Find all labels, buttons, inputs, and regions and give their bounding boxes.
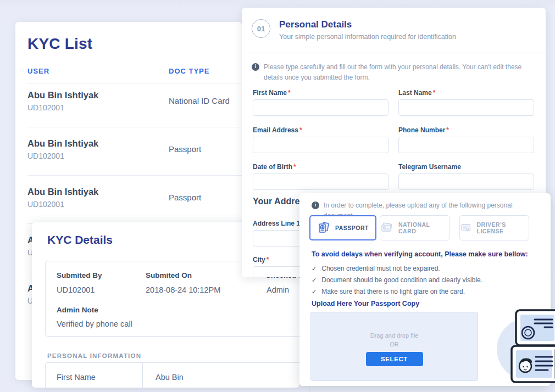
passport-icon: [317, 221, 330, 234]
address-line-1-label: Address Line 1*: [253, 220, 304, 227]
kyc-list-row[interactable]: Abu Bin Ishtiyak UD102001 Passport: [27, 137, 242, 186]
checklist-item-text: Document should be good condition and cl…: [321, 276, 482, 284]
required-mark: *: [267, 256, 269, 264]
check-icon: ✓: [312, 276, 317, 284]
checklist-item-text: Make sure that there is no light glare o…: [321, 288, 465, 295]
submitted-on-value: 2018-08-24 10:12PM: [146, 285, 220, 294]
checklist-item: ✓ Make sure that there is no light glare…: [312, 288, 465, 296]
required-mark: *: [293, 163, 296, 171]
doc-option-national-card[interactable]: NATIONAL CARD: [380, 215, 450, 240]
email-address-input[interactable]: [253, 137, 389, 153]
doc-option-label: PASSPORT: [335, 225, 369, 231]
check-icon: ✓: [312, 288, 317, 296]
doc-option-label: NATIONAL CARD: [398, 221, 449, 234]
upload-area-title: Upload Here Your Passport Copy: [312, 300, 419, 307]
user-id: UD102001: [27, 152, 242, 160]
column-header-doc-type[interactable]: DOC TYPE: [169, 67, 209, 75]
kyc-list-row[interactable]: Abu Bin Ishtiyak UD102001 National ID Ca…: [27, 89, 242, 137]
last-name-label: Last Name*: [398, 89, 435, 97]
city-label: City*: [253, 256, 269, 264]
dropzone-drag-label: Drag and drop file: [370, 332, 418, 339]
kyc-details-title: KYC Details: [47, 233, 113, 247]
step-number-badge: 01: [252, 19, 270, 38]
row-divider: [27, 127, 242, 127]
submitted-by-value: UD102001: [57, 285, 95, 294]
checklist-item: ✓ Chosen credential must not be expaired…: [312, 265, 440, 273]
required-mark: *: [288, 89, 291, 97]
last-name-input[interactable]: [398, 99, 534, 116]
required-mark: *: [433, 89, 436, 97]
select-file-button[interactable]: SELECT: [366, 352, 423, 366]
submitted-on-label: Submited On: [146, 271, 192, 279]
doc-type: Passport: [169, 144, 201, 154]
submitted-by-label: Submited By: [57, 271, 102, 279]
personal-information-table: First Name Abu Bin: [45, 362, 310, 392]
personal-details-subtitle: Your simple personal information require…: [279, 33, 456, 41]
first-name-label: First Name*: [253, 89, 291, 97]
section-divider: [242, 53, 546, 53]
kyc-admin-screen: KYC List USER DOC TYPE Abu Bin Ishtiyak …: [0, 0, 555, 392]
table-row-label: First Name: [57, 373, 96, 382]
column-header-user[interactable]: USER: [27, 67, 49, 75]
form-note: i Please type carefully and fill out the…: [252, 62, 531, 82]
checked-by-value: Admin: [267, 285, 289, 294]
national-card-icon: [380, 221, 393, 234]
user-id: UD102001: [27, 200, 242, 209]
phone-number-label: Phone Number*: [398, 126, 449, 134]
phone-number-input[interactable]: [398, 137, 534, 153]
form-note-text: Please type carefully and fill out the f…: [264, 62, 531, 82]
date-of-birth-label: Date of Birth*: [253, 163, 296, 171]
check-icon: ✓: [312, 265, 317, 273]
required-mark: *: [446, 126, 449, 134]
required-mark: *: [299, 126, 302, 134]
info-icon: i: [252, 63, 259, 71]
row-divider: [27, 175, 242, 176]
doc-option-passport[interactable]: PASSPORT: [309, 215, 376, 240]
info-icon: i: [312, 201, 319, 209]
header-divider: [27, 83, 242, 83]
admin-note-label: Admin Note: [57, 306, 98, 314]
user-name: Abu Bin Ishtiyak: [27, 186, 242, 197]
verification-warning-title: To avoid delays when verifying account, …: [312, 250, 528, 258]
first-name-input[interactable]: [253, 99, 389, 116]
user-name: Abu Bin Ishtiyak: [27, 137, 242, 149]
doc-type: Passport: [169, 193, 201, 202]
dropzone-or-label: OR: [390, 341, 399, 348]
telegram-username-label: Telegram Username: [398, 163, 461, 171]
telegram-username-input[interactable]: [398, 173, 534, 190]
checklist-item-text: Chosen credential must not be expaired.: [321, 265, 440, 272]
file-dropzone[interactable]: Drag and drop file OR SELECT: [310, 312, 478, 381]
kyc-list-title: KYC List: [27, 35, 92, 53]
drivers-license-icon: [460, 221, 471, 234]
checklist-item: ✓ Document should be good condition and …: [312, 276, 482, 284]
personal-information-section-label: PERSONAL INFORMATION: [47, 352, 141, 359]
table-column-divider: [142, 363, 143, 392]
admin-note-value: Verified by phone call: [57, 320, 132, 328]
personal-details-title: Personal Details: [279, 19, 352, 30]
table-row-value: Abu Bin: [156, 373, 184, 382]
id-cards-illustration: [496, 305, 555, 388]
doc-option-label: DRIVER'S LICENSE: [476, 221, 529, 234]
date-of-birth-input[interactable]: [253, 173, 389, 190]
email-address-label: Email Address*: [253, 126, 302, 134]
doc-option-drivers-license[interactable]: DRIVER'S LICENSE: [459, 215, 529, 240]
doc-type: National ID Card: [169, 96, 230, 105]
